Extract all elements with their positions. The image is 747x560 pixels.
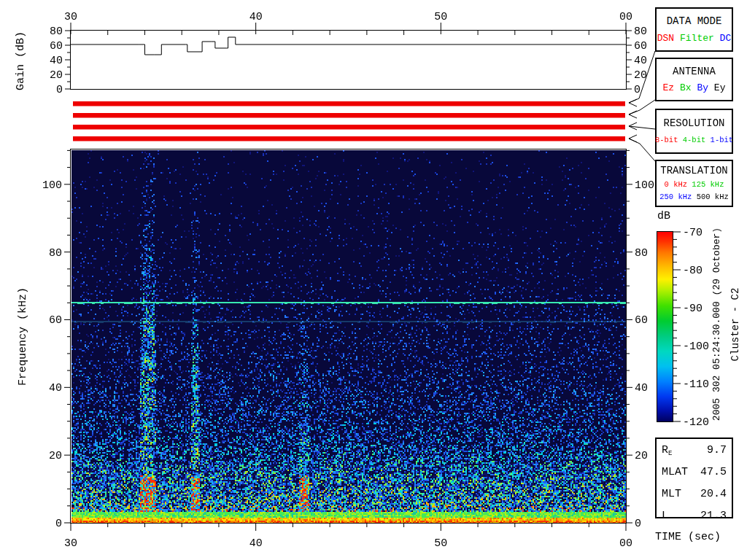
- panel-value: 8-bit: [655, 136, 678, 144]
- time-tick-label: 00: [619, 11, 632, 23]
- ephemeris-value: 9.7: [707, 441, 727, 463]
- freq-tick-label: 60: [49, 314, 62, 327]
- panel-values-row: DSN Filter DC: [657, 34, 731, 44]
- panel-connector-arrow: [629, 51, 655, 106]
- ephemeris-label: MLAT: [662, 463, 688, 485]
- panel-connector-arrow: [629, 100, 655, 118]
- ephemeris-label: RE: [662, 441, 672, 463]
- freq-tick-label: 40: [49, 382, 62, 394]
- panel-value: 500 kHz: [697, 192, 729, 201]
- time-tick-label: 40: [249, 537, 263, 550]
- colorbar-tick-label: -120: [683, 416, 709, 429]
- panel-values-row: 250 kHz 500 kHz: [659, 192, 729, 202]
- gain-tick-label: 0: [56, 84, 63, 96]
- spacecraft-label: Cluster - C2: [729, 281, 741, 368]
- ephemeris-row: MLAT 47.5: [662, 463, 727, 485]
- panel-values-row: 8-bit 4-bit 1-bit: [655, 136, 733, 145]
- ephemeris-label: L: [662, 507, 668, 529]
- ephemeris-row: L 21.3: [662, 507, 727, 529]
- panel-value: 1-bit: [711, 136, 734, 144]
- panel-data-mode: DATA MODE DSN Filter DC: [655, 7, 733, 52]
- panel-value: 250 kHz: [659, 192, 692, 201]
- panel-value: By: [697, 82, 708, 93]
- panel-value: 4-bit: [683, 136, 706, 144]
- frequency-axis-label: Frequency (kHz): [17, 279, 29, 395]
- panel-value: DC: [720, 33, 732, 44]
- ephemeris-box: RE 9.7 MLAT 47.5 MLT 20.4 L 21.3: [655, 438, 733, 518]
- gain-plot-frame: [71, 31, 627, 90]
- panel-values-row: Ez Bx By Ey: [663, 83, 726, 93]
- panel-value: 125 kHz: [692, 180, 724, 189]
- panel-value: Filter: [680, 33, 714, 44]
- gain-tick-label: 80: [634, 26, 647, 38]
- panel-connector-arrow: [629, 122, 655, 130]
- spectrogram-canvas: [71, 150, 626, 523]
- gain-tick-label: 20: [634, 69, 647, 82]
- gain-tick-label: 60: [634, 40, 647, 52]
- time-axis-label: TIME (sec): [655, 531, 721, 543]
- ephemeris-value: 21.3: [700, 507, 727, 529]
- gain-tick-label: 80: [50, 26, 63, 38]
- colorbar-unit-label: dB: [657, 210, 670, 222]
- gain-curve: [71, 37, 626, 55]
- mode-indicator-bar: [73, 125, 625, 130]
- panel-translation-title: TRANSLATION: [660, 165, 727, 176]
- panel-value: Ey: [714, 82, 726, 93]
- ephemeris-row: MLT 20.4: [662, 485, 727, 507]
- colorbar-tick-label: -90: [683, 303, 703, 315]
- gain-tick-label: 60: [50, 40, 63, 52]
- time-tick-label: 00: [619, 537, 632, 550]
- panel-antenna-title: ANTENNA: [673, 66, 716, 77]
- panel-value: DSN: [657, 33, 674, 44]
- freq-tick-label: 0: [635, 518, 641, 530]
- freq-tick-label: 100: [42, 179, 62, 192]
- ephemeris-value: 47.5: [700, 463, 727, 485]
- freq-tick-label: 20: [635, 450, 648, 462]
- gain-tick-label: 40: [50, 55, 63, 67]
- freq-tick-label: 20: [49, 450, 62, 462]
- freq-tick-label: 60: [635, 314, 648, 327]
- freq-tick-label: 0: [55, 518, 62, 530]
- panel-data-mode-title: DATA MODE: [667, 15, 722, 27]
- freq-tick-label: 40: [635, 382, 648, 394]
- time-tick-label: 40: [249, 11, 263, 23]
- time-tick-label: 50: [434, 11, 447, 23]
- panel-connector-arrow: [629, 135, 655, 161]
- gain-tick-label: 40: [634, 55, 647, 67]
- ephemeris-row: RE 9.7: [662, 441, 727, 463]
- gain-tick-label: 0: [634, 84, 640, 96]
- time-tick-label: 30: [64, 537, 77, 550]
- panel-antenna: ANTENNA Ez Bx By Ey: [655, 58, 733, 101]
- panel-translation: TRANSLATION 0 kHz 125 kHz250 kHz 500 kHz: [655, 160, 733, 207]
- plot-page: 3040500000202040406060808000202040406060…: [0, 0, 747, 560]
- panel-resolution: RESOLUTION 8-bit 4-bit 1-bit: [655, 109, 733, 154]
- mode-indicator-bar: [73, 101, 625, 106]
- time-tick-label: 50: [434, 537, 447, 550]
- freq-tick-label: 80: [635, 247, 648, 260]
- panel-resolution-title: RESOLUTION: [663, 117, 724, 129]
- time-tick-label: 30: [64, 11, 77, 23]
- panel-value: Ez: [663, 82, 675, 93]
- ephemeris-label: MLT: [662, 485, 681, 507]
- panel-values-row: 0 kHz 125 kHz: [665, 180, 724, 190]
- colorbar-tick-label: -80: [683, 265, 703, 277]
- colorbar-gradient: [657, 232, 673, 421]
- freq-tick-label: 80: [49, 247, 62, 260]
- panel-value: 0 kHz: [665, 180, 688, 189]
- panel-value: Bx: [680, 82, 692, 93]
- datetime-label: 2005 302 05:24:30.000 (29 October): [711, 226, 722, 423]
- gain-tick-label: 20: [50, 69, 63, 82]
- ephemeris-value: 20.4: [700, 485, 727, 507]
- freq-tick-label: 100: [635, 179, 654, 192]
- colorbar-tick-label: -100: [683, 341, 709, 353]
- gain-axis-label: Gain (dB): [15, 18, 27, 105]
- colorbar-tick-label: -70: [683, 227, 703, 239]
- mode-indicator-bar: [73, 113, 625, 118]
- mode-indicator-bar: [73, 136, 625, 141]
- colorbar-tick-label: -110: [683, 378, 709, 391]
